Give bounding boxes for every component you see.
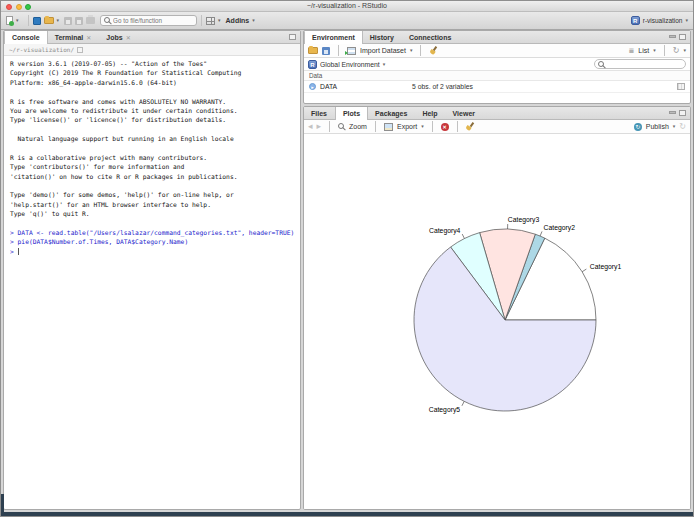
tab-viewer[interactable]: Viewer [446, 107, 483, 119]
tab-packages[interactable]: Packages [368, 107, 415, 119]
pie-label-tick [540, 231, 542, 236]
pane-layout-icon[interactable] [206, 17, 215, 25]
console-line [10, 182, 300, 191]
toolbar-separator [201, 15, 202, 26]
previous-plot-icon[interactable]: ◂ [308, 122, 313, 131]
refresh-environment-icon[interactable]: ↻ [673, 47, 680, 55]
list-view-dropdown-icon[interactable]: ▾ [653, 48, 656, 53]
new-file-dropdown-icon[interactable]: ▾ [16, 18, 19, 23]
console-output[interactable]: R version 3.6.1 (2019-07-05) -- "Action … [4, 56, 300, 257]
export-dropdown-icon[interactable]: ▾ [421, 124, 424, 129]
save-workspace-icon[interactable] [322, 47, 330, 55]
tab-history[interactable]: History [363, 31, 402, 43]
zoom-plot-label[interactable]: Zoom [349, 123, 367, 130]
tab-history-label: History [370, 34, 394, 41]
console-line: Type 'contributors()' for more informati… [10, 163, 300, 172]
clear-workspace-icon[interactable] [429, 46, 438, 55]
goto-file-box[interactable] [100, 15, 197, 26]
pie-label-tick [462, 401, 464, 405]
environment-object-row[interactable]: ▸ DATA 5 obs. of 2 variables [304, 81, 690, 93]
r-project-icon: R [631, 16, 640, 25]
toolbar-separator [28, 15, 29, 26]
save-all-icon[interactable] [75, 17, 83, 25]
tab-console[interactable]: Console [4, 31, 48, 44]
view-data-icon[interactable] [677, 83, 685, 90]
maximize-pane-icon[interactable] [289, 34, 296, 40]
console-command-line: > DATA <- read.table("/Users/lsalazar/co… [10, 229, 300, 238]
pie-label-category5: Category5 [429, 406, 461, 414]
close-icon[interactable]: ✕ [86, 34, 91, 41]
pie-label-category1: Category1 [590, 263, 622, 271]
plots-pane: Files Plots Packages Help Viewer ◂ ▸ [303, 106, 691, 510]
tab-environment-label: Environment [312, 34, 355, 41]
plots-toolbar: ◂ ▸ Zoom Export ▾ ✕ ↻ Publish ▾ ↻ [304, 120, 690, 134]
open-recent-dropdown-icon[interactable]: ▾ [57, 18, 60, 23]
titlebar[interactable]: ~/r-visualization - RStudio [1, 1, 693, 12]
object-summary: 5 obs. of 2 variables [412, 83, 673, 90]
clear-all-plots-icon[interactable] [466, 122, 475, 131]
project-dropdown-icon: ▾ [685, 18, 688, 23]
load-workspace-icon[interactable] [308, 47, 318, 54]
console-prompt[interactable]: > [10, 248, 300, 257]
expand-object-icon[interactable]: ▸ [309, 83, 316, 90]
import-dataset-label[interactable]: Import Dataset [360, 47, 406, 54]
console-line: 'citation()' on how to cite R or R packa… [10, 173, 300, 182]
tab-help[interactable]: Help [415, 107, 445, 119]
window-title: ~/r-visualization - RStudio [1, 2, 693, 9]
toolbar-separator [338, 45, 339, 56]
environment-search-input[interactable] [604, 61, 682, 67]
tab-plots[interactable]: Plots [335, 107, 368, 120]
open-in-files-icon[interactable] [77, 47, 83, 53]
console-line [10, 126, 300, 135]
project-menu-button[interactable]: R r-visualization ▾ [631, 16, 688, 25]
console-pane: Console Terminal ✕ Jobs ✕ ~/r-visualizat… [3, 30, 301, 510]
open-file-icon[interactable] [44, 17, 54, 24]
list-view-icon: ≣ [628, 47, 634, 55]
tab-environment[interactable]: Environment [304, 31, 363, 44]
publish-label[interactable]: Publish [646, 123, 669, 130]
remove-plot-icon[interactable]: ✕ [441, 123, 449, 131]
close-icon[interactable]: ✕ [126, 34, 131, 41]
publish-dropdown-icon[interactable]: ▾ [673, 124, 676, 129]
toolbar-separator [420, 45, 421, 56]
import-dataset-dropdown-icon[interactable]: ▾ [410, 48, 413, 53]
addins-dropdown-icon: ▾ [252, 18, 255, 23]
pane-layout-dropdown-icon[interactable]: ▾ [218, 18, 221, 23]
environment-toolbar: Import Dataset ▾ ≣ List ▾ ↻ ▾ [304, 44, 690, 58]
export-plot-label[interactable]: Export [397, 123, 417, 130]
import-dataset-icon[interactable] [347, 47, 356, 55]
rstudio-window: ~/r-visualization - RStudio ▾ ▾ ▾ Addi [0, 0, 694, 517]
environment-scope-dropdown-icon[interactable]: ▾ [383, 62, 386, 67]
refresh-plot-icon[interactable]: ↻ [679, 123, 686, 131]
minimize-pane-icon[interactable] [669, 111, 676, 114]
console-command-line: > pie(DATA$Number.of.Times, DATA$Categor… [10, 238, 300, 247]
refresh-dropdown-icon[interactable]: ▾ [683, 48, 686, 53]
save-icon[interactable] [64, 17, 72, 25]
console-line: Platform: x86_64-apple-darwin15.6.0 (64-… [10, 79, 300, 88]
environment-search-box[interactable] [594, 59, 686, 69]
project-name-label: r-visualization [643, 17, 683, 24]
print-icon[interactable] [86, 17, 95, 24]
new-file-icon[interactable] [6, 16, 13, 25]
tab-connections[interactable]: Connections [402, 31, 459, 43]
tab-files[interactable]: Files [304, 107, 335, 119]
export-plot-icon [384, 123, 393, 131]
environment-tabbar: Environment History Connections [304, 31, 690, 44]
minimize-pane-icon[interactable] [669, 35, 676, 38]
maximize-pane-icon[interactable] [679, 110, 686, 116]
console-line: R version 3.6.1 (2019-07-05) -- "Action … [10, 60, 300, 69]
list-view-label[interactable]: List [638, 47, 649, 54]
tab-jobs[interactable]: Jobs ✕ [99, 31, 138, 43]
console-line: 'help.start()' for an HTML browser inter… [10, 201, 300, 210]
addins-menu[interactable]: Addins ▾ [226, 17, 255, 24]
goto-file-input[interactable] [113, 17, 193, 24]
tab-jobs-label: Jobs [106, 34, 122, 41]
next-plot-icon[interactable]: ▸ [317, 122, 322, 131]
environment-scope-label[interactable]: Global Environment [320, 61, 380, 68]
new-project-icon[interactable] [33, 17, 41, 25]
tab-terminal[interactable]: Terminal ✕ [48, 31, 100, 43]
toolbar-separator [457, 121, 458, 132]
maximize-pane-icon[interactable] [679, 34, 686, 40]
tab-terminal-label: Terminal [55, 34, 84, 41]
plots-tabbar: Files Plots Packages Help Viewer [304, 107, 690, 120]
